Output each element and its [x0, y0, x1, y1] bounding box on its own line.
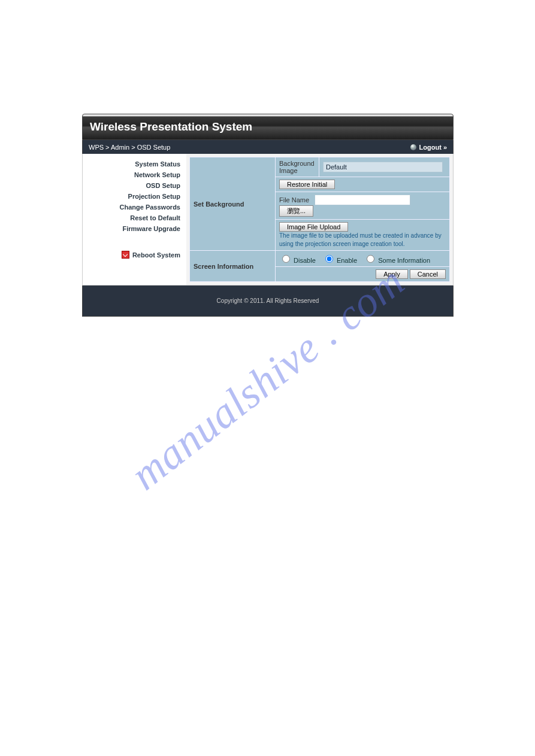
cell-upload: Image File Upload The image file to be u… [276, 220, 450, 251]
sidebar-item-change-passwords[interactable]: Change Passwords [83, 202, 180, 212]
sidebar-item-system-status[interactable]: System Status [83, 159, 180, 169]
reboot-label: Reboot System [132, 251, 180, 259]
cell-restore: Restore Initial [276, 177, 450, 192]
browse-button[interactable]: 瀏覽... [279, 205, 313, 217]
content-body: System Status Network Setup OSD Setup Pr… [82, 154, 454, 286]
sidebar-item-network-setup[interactable]: Network Setup [83, 169, 180, 180]
cell-background-image-value: Default [319, 157, 450, 177]
cancel-button[interactable]: Cancel [410, 269, 446, 279]
section-set-background: Set Background [190, 157, 276, 251]
cell-screen-info-options: Disable Enable Some Information [276, 251, 450, 267]
main-panel: Set Background Background Image Default … [186, 154, 453, 285]
sidebar-item-firmware-upgrade[interactable]: Firmware Upgrade [83, 223, 180, 234]
sidebar-item-reboot-system[interactable]: Reboot System [83, 251, 180, 259]
footer: Copyright © 2011. All Rights Reserved [82, 286, 454, 317]
image-file-upload-button[interactable]: Image File Upload [279, 222, 348, 232]
radio-some-information[interactable]: Some Information [364, 257, 430, 264]
logout-link[interactable]: Logout » [419, 144, 447, 151]
sidebar-item-projection-setup[interactable]: Projection Setup [83, 191, 180, 202]
sidebar-item-osd-setup[interactable]: OSD Setup [83, 180, 180, 191]
app-frame: Wireless Presentation System WPS > Admin… [82, 114, 454, 317]
cell-filename: File Name 瀏覽... [276, 192, 450, 220]
breadcrumb: WPS > Admin > OSD Setup [89, 144, 170, 151]
label-file-name: File Name [279, 196, 309, 204]
restore-initial-button[interactable]: Restore Initial [279, 180, 335, 189]
breadcrumb-bar: WPS > Admin > OSD Setup Logout » [82, 140, 454, 154]
settings-table: Set Background Background Image Default … [189, 157, 450, 282]
radio-enable[interactable]: Enable [322, 257, 357, 264]
header-bar: Wireless Presentation System [82, 114, 454, 140]
reboot-icon [122, 251, 129, 259]
label-background-image: Background Image [276, 157, 319, 177]
app-title: Wireless Presentation System [90, 120, 252, 133]
file-name-field[interactable] [315, 195, 410, 205]
section-screen-information: Screen Information [190, 251, 276, 282]
radio-disable[interactable]: Disable [279, 257, 316, 264]
background-image-field[interactable]: Default [323, 162, 443, 172]
sidebar-item-reset-to-default[interactable]: Reset to Default [83, 212, 180, 223]
logout-icon [410, 144, 416, 150]
copyright: Copyright © 2011. All Rights Reserved [217, 297, 319, 304]
upload-hint: The image file to be uploaded must be cr… [279, 232, 446, 248]
sidebar: System Status Network Setup OSD Setup Pr… [83, 154, 186, 285]
cell-actions: Apply Cancel [276, 267, 450, 282]
apply-button[interactable]: Apply [376, 269, 408, 279]
